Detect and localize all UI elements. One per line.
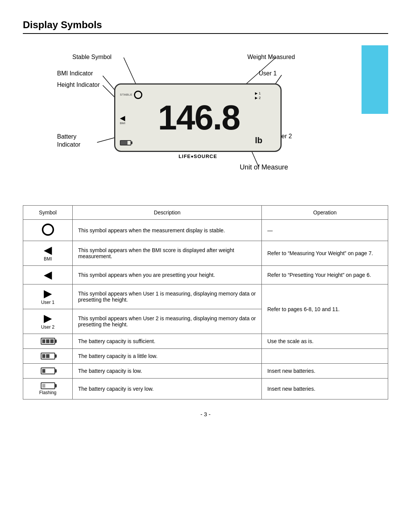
battery-display-icon <box>120 140 131 145</box>
op-cell-height: Refer to “Presetting Your Height” on pag… <box>262 266 388 284</box>
desc-cell-bmi: This symbol appears when the BMI score i… <box>73 241 262 266</box>
symbol-table: Symbol Description Operation This symbol… <box>23 205 388 399</box>
label-unit-of-measure: Unit of Measure <box>240 163 288 171</box>
desc-cell-battery-low: The battery capacity is low. <box>73 364 262 379</box>
col-header-description: Description <box>73 206 262 220</box>
lcd-left-panel: STABLE ◀ BMI <box>120 88 143 148</box>
symbol-cell-user1: ▶ User 1 <box>23 284 73 309</box>
page-title: Display Symbols <box>23 19 388 34</box>
lcd-main-reading: 146.8 <box>143 101 255 135</box>
symbol-cell-height: ◀ <box>23 266 73 284</box>
op-cell-battery-full: Use the scale as is. <box>262 334 388 349</box>
bmi-label: BMI <box>120 121 125 125</box>
desc-cell-height: This symbol appears when you are presett… <box>73 266 262 284</box>
stable-circle-symbol <box>134 91 142 99</box>
flashing-label: Flashing <box>29 390 67 395</box>
battery-vlow-symbol <box>41 382 55 389</box>
battery-low-symbol <box>41 367 55 374</box>
user1-indicator-row: ▶ 1 <box>255 91 261 95</box>
desc-cell-battery-full: The battery capacity is sufficient. <box>73 334 262 349</box>
col-header-operation: Operation <box>262 206 388 220</box>
table-row: ◀ This symbol appears when you are prese… <box>23 266 388 284</box>
label-user1: User 1 <box>259 70 277 77</box>
unit-display: lb <box>255 136 263 145</box>
op-cell-bmi: Refer to “Measuring Your Weight” on page… <box>262 241 388 266</box>
diagram-section: Stable Symbol Weight Measured BMI Indica… <box>23 45 388 190</box>
symbol-cell-circle <box>23 220 73 241</box>
table-row: ▶ User 1 This symbol appears when User 1… <box>23 284 388 309</box>
table-row: Flashing The battery capacity is very lo… <box>23 379 388 399</box>
table-row: The battery capacity is low. Insert new … <box>23 364 388 379</box>
symbol-cell-battery-full <box>23 334 73 349</box>
arrow-left-height-icon: ◀ <box>44 269 52 281</box>
battery-medium-symbol <box>41 353 55 359</box>
table-row: ◀ BMI This symbol appears when the BMI s… <box>23 241 388 266</box>
table-row: The battery capacity is sufficient. Use … <box>23 334 388 349</box>
op-cell-battery-medium <box>262 349 388 364</box>
desc-cell-user2: This symbol appears when User 2 is measu… <box>73 309 262 334</box>
user1-table-label: User 1 <box>29 300 67 305</box>
lcd-right-panel: ▶ 1 ▶ 2 lb <box>255 88 276 148</box>
symbol-cell-user2: ▶ User 2 <box>23 309 73 334</box>
battery-full-symbol <box>41 338 55 345</box>
blue-accent <box>362 45 388 114</box>
op-cell-battery-vlow: Insert new batteries. <box>262 379 388 399</box>
lifesource-logo: LIFE♥SOURCE <box>114 153 282 159</box>
user-indicators: ▶ 1 ▶ 2 <box>255 91 261 100</box>
op-cell-battery-low: Insert new batteries. <box>262 364 388 379</box>
symbol-cell-battery-vlow: Flashing <box>23 379 73 399</box>
lcd-display-container: STABLE ◀ BMI 146.8 ▶ 1 <box>114 83 282 152</box>
symbol-cell-battery-low <box>23 364 73 379</box>
stable-text-label: STABLE <box>120 93 132 96</box>
arrow-right-user2-icon: ▶ <box>44 312 52 324</box>
circle-symbol <box>42 224 54 236</box>
desc-cell-battery-medium: The battery capacity is a little low. <box>73 349 262 364</box>
label-stable-symbol: Stable Symbol <box>72 54 112 61</box>
user2-indicator-row: ▶ 2 <box>255 96 261 100</box>
desc-cell-stable: This symbol appears when the measurement… <box>73 220 262 241</box>
arrow-right-user1-icon: ▶ <box>44 288 52 299</box>
symbol-cell-bmi: ◀ BMI <box>23 241 73 266</box>
user2-table-label: User 2 <box>29 324 67 330</box>
label-battery-indicator: BatteryIndicator <box>57 133 80 149</box>
op-cell-user1-user2: Refer to pages 6-8, 10 and 11. <box>262 284 388 334</box>
label-weight-measured: Weight Measured <box>247 54 295 61</box>
col-header-symbol: Symbol <box>23 206 73 220</box>
bmi-table-label: BMI <box>29 256 67 262</box>
label-height-indicator: Height Indicator <box>57 81 100 88</box>
arrow-left-bmi-icon: ◀ <box>44 244 52 256</box>
label-bmi-indicator: BMI Indicator <box>57 70 93 77</box>
page-number: - 3 - <box>23 411 388 417</box>
lcd-display: STABLE ◀ BMI 146.8 ▶ 1 <box>114 83 282 152</box>
bmi-arrow-icon: ◀ <box>120 115 125 121</box>
table-header-row: Symbol Description Operation <box>23 206 388 220</box>
table-row: This symbol appears when the measurement… <box>23 220 388 241</box>
bmi-section: ◀ BMI <box>120 115 125 125</box>
desc-cell-user1: This symbol appears when User 1 is measu… <box>73 284 262 309</box>
table-row: The battery capacity is a little low. <box>23 349 388 364</box>
symbol-cell-battery-medium <box>23 349 73 364</box>
op-cell-stable: — <box>262 220 388 241</box>
desc-cell-battery-vlow: The battery capacity is very low. <box>73 379 262 399</box>
